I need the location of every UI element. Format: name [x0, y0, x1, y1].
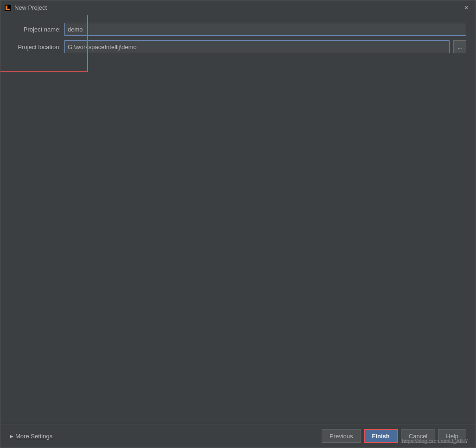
dialog-title: New Project	[14, 4, 47, 11]
previous-button[interactable]: Previous	[322, 429, 361, 443]
browse-button[interactable]: ...	[453, 40, 466, 53]
close-button[interactable]: ×	[461, 2, 472, 13]
finish-button[interactable]: Finish	[364, 429, 398, 443]
project-name-label: Project name:	[10, 26, 61, 33]
svg-rect-2	[6, 9, 10, 10]
project-name-input[interactable]	[64, 23, 466, 36]
project-location-input[interactable]	[64, 40, 450, 53]
intellij-icon	[4, 4, 12, 12]
more-settings-label: More Settings	[15, 433, 52, 440]
project-location-label: Project location:	[10, 44, 61, 50]
new-project-dialog: New Project × Project name: Project loca…	[0, 0, 476, 448]
title-bar-left: New Project	[4, 4, 47, 12]
dialog-body: Project name: Project location: ...	[0, 15, 476, 424]
project-name-row: Project name:	[10, 23, 466, 36]
fields-container: Project name: Project location: ...	[10, 23, 466, 53]
bottom-bar: ▶ More Settings Previous Finish Cancel H…	[0, 424, 476, 448]
content-area	[10, 53, 466, 416]
project-location-row: Project location: ...	[10, 40, 466, 53]
more-settings-toggle[interactable]: ▶ More Settings	[10, 433, 52, 440]
title-bar: New Project ×	[0, 0, 476, 15]
more-settings-arrow-icon: ▶	[10, 434, 13, 439]
watermark-text: https://blog.csdn.net/LI_AINY	[402, 438, 468, 444]
